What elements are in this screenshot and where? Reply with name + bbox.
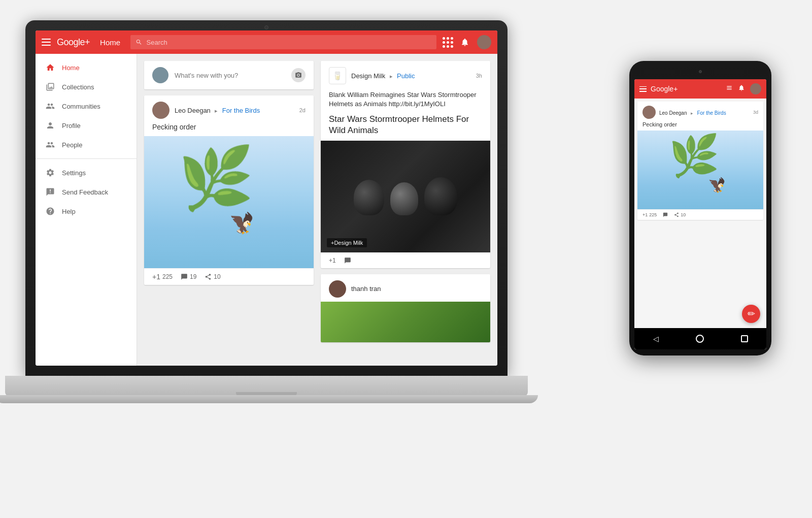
user-avatar[interactable] — [477, 35, 491, 49]
post-title: Pecking order — [144, 123, 314, 136]
right-column: 🥛 Design Milk ▸ Public 3h — [321, 61, 490, 359]
phone-comment-button[interactable] — [663, 212, 668, 217]
dm-author[interactable]: Design Milk — [351, 72, 385, 80]
dm-time: 3h — [476, 73, 482, 79]
share-button[interactable]: 10 — [205, 273, 220, 280]
phone-back-button[interactable]: ◁ — [653, 335, 659, 343]
sidebar-item-settings[interactable]: Settings — [36, 163, 137, 182]
post-avatar[interactable] — [152, 102, 170, 119]
sidebar-item-collections[interactable]: Collections — [36, 77, 137, 96]
notifications-icon[interactable] — [460, 37, 470, 47]
post-time: 2d — [299, 107, 306, 113]
phone-post-author[interactable]: Leo Deegan — [659, 110, 687, 116]
phone-share-count: 10 — [681, 212, 686, 217]
dm-headline: Star Wars Stormtrooper Helmets For Wild … — [321, 112, 490, 140]
sidebar-label-help: Help — [62, 208, 76, 215]
thanh-tran-card: thanh tran — [321, 274, 490, 342]
new-post-input[interactable] — [175, 72, 285, 79]
post-header: Leo Deegan ▸ For the Birds 2d — [144, 95, 314, 123]
search-icon — [136, 39, 142, 46]
dm-arrow: ▸ — [390, 73, 393, 79]
phone-notifications-icon[interactable] — [738, 84, 745, 93]
tt-author[interactable]: thanh tran — [351, 285, 381, 293]
tt-avatar — [329, 280, 346, 298]
sidebar-item-people[interactable]: People — [36, 135, 137, 154]
share-count: 10 — [214, 273, 220, 280]
sidebar-item-profile[interactable]: Profile — [36, 116, 137, 135]
phone-home-button[interactable] — [696, 335, 704, 343]
sidebar-item-help[interactable]: Help — [36, 202, 137, 221]
dm-author-line: Design Milk ▸ Public — [351, 71, 471, 80]
left-column: Leo Deegan ▸ For the Birds 2d Pecking or… — [144, 61, 314, 359]
design-milk-card: 🥛 Design Milk ▸ Public 3h — [321, 61, 490, 268]
phone-post-header: Leo Deegan ▸ For the Birds 3d — [637, 102, 763, 121]
phone-camera — [699, 70, 702, 73]
fab-compose-button[interactable]: ✏ — [742, 305, 760, 323]
search-input[interactable] — [147, 39, 431, 46]
dm-comment-icon — [344, 257, 351, 264]
phone-post-collection[interactable]: For the Birds — [697, 110, 726, 116]
camera-button[interactable] — [291, 68, 306, 82]
like-count: 225 — [162, 273, 173, 280]
sidebar-divider — [36, 158, 137, 159]
sidebar-label-communities: Communities — [62, 103, 100, 110]
sidebar-item-communities[interactable]: Communities — [36, 96, 137, 116]
phone-share-button[interactable]: 10 — [674, 212, 686, 217]
like-button[interactable]: +1 225 — [152, 273, 173, 281]
app-logo: Google+ — [57, 37, 90, 48]
phone-recents-button[interactable] — [741, 335, 748, 342]
phone-post-avatar — [642, 106, 656, 119]
collections-icon — [46, 82, 55, 91]
post-author[interactable]: Leo Deegan — [175, 107, 211, 114]
dm-subtitle-text: Blank William Reimagines Star Wars Storm… — [321, 87, 490, 112]
phone-like-button[interactable]: +1 225 — [642, 212, 657, 217]
helmet-1 — [354, 180, 384, 215]
helmet-3 — [424, 177, 457, 215]
plus-one-icon: +1 — [152, 273, 160, 281]
phone-apps-icon[interactable] — [726, 84, 733, 93]
app-header: Google+ Home — [36, 30, 497, 54]
hamburger-icon[interactable] — [42, 39, 51, 46]
feedback-icon — [46, 187, 55, 197]
laptop-base — [5, 376, 528, 396]
sidebar-item-home[interactable]: Home — [36, 58, 137, 77]
dm-avatar: 🥛 — [329, 67, 346, 84]
profile-icon — [46, 121, 55, 130]
helmet-2 — [390, 182, 418, 215]
dm-actions: +1 — [321, 252, 490, 268]
laptop-screen: Google+ Home — [36, 30, 497, 366]
tt-image — [321, 302, 490, 342]
comment-button[interactable]: 19 — [181, 273, 196, 280]
post-arrow: ▸ — [215, 108, 218, 114]
communities-icon — [46, 102, 55, 111]
phone-plus-one-icon: +1 — [642, 212, 648, 217]
dm-header: 🥛 Design Milk ▸ Public 3h — [321, 61, 490, 87]
sidebar-label-settings: Settings — [62, 169, 86, 177]
phone-logo: Google+ — [651, 85, 678, 93]
scene: Google+ Home — [0, 0, 812, 518]
comment-icon — [181, 273, 188, 280]
dm-comment-button[interactable] — [344, 257, 351, 264]
page-title: Home — [100, 38, 120, 47]
phone-bird-card: Leo Deegan ▸ For the Birds 3d Pecking or… — [637, 102, 763, 220]
apps-icon[interactable] — [443, 37, 453, 47]
phone-user-avatar[interactable] — [750, 83, 761, 94]
comment-count: 19 — [190, 273, 196, 280]
new-post-avatar — [152, 67, 168, 83]
post-actions: +1 225 19 10 — [144, 268, 314, 285]
post-collection[interactable]: For the Birds — [222, 107, 260, 114]
bird-scene — [144, 136, 314, 268]
phone-post-actions: +1 225 10 — [637, 209, 763, 220]
share-icon — [205, 273, 212, 280]
phone-content: Leo Deegan ▸ For the Birds 3d Pecking or… — [634, 99, 766, 328]
sidebar: Home Collections Communiti — [36, 54, 137, 366]
phone-body: Google+ — [629, 61, 771, 355]
phone-hamburger-icon[interactable] — [639, 86, 647, 92]
dm-like-button[interactable]: +1 — [329, 257, 336, 264]
post-author-line: Leo Deegan ▸ For the Birds — [175, 106, 294, 115]
phone-comment-icon — [663, 212, 668, 217]
search-bar[interactable] — [130, 35, 436, 49]
phone-header-actions — [726, 83, 761, 94]
sidebar-item-feedback[interactable]: Send Feedback — [36, 182, 137, 202]
settings-icon — [46, 168, 55, 177]
